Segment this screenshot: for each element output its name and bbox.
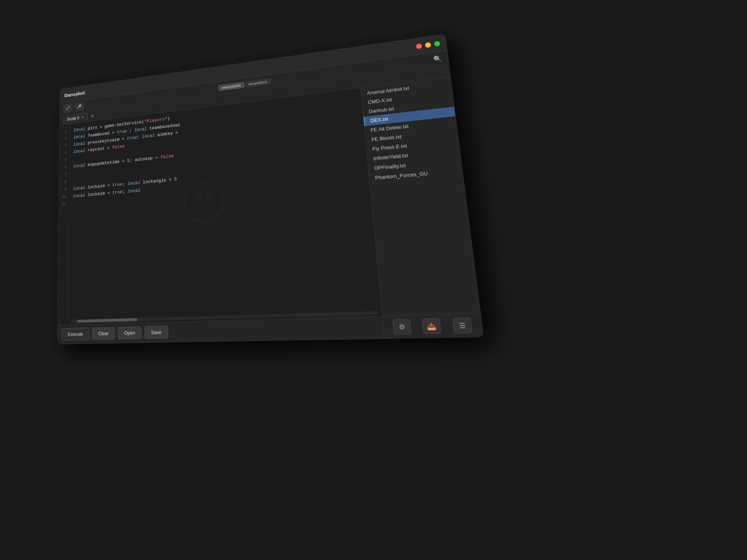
tab-wearedevs[interactable]: wearedevs xyxy=(245,78,271,87)
list-button[interactable]: ☰ xyxy=(452,317,472,334)
inject-button-1[interactable] xyxy=(63,103,73,113)
scene: Dansploit xyxy=(0,0,747,560)
code-editor: 1 2 3 4 5 6 7 8 9 10 11 xyxy=(58,88,384,344)
window-controls xyxy=(416,41,440,49)
list-icon: ☰ xyxy=(459,321,466,330)
inject-buttons xyxy=(63,101,84,113)
script-tab-label: Script 0 xyxy=(67,115,79,121)
clear-button[interactable]: Clear xyxy=(92,327,115,340)
maximize-button[interactable] xyxy=(434,41,440,47)
settings-icon: ⚙ xyxy=(398,323,405,331)
export-button[interactable]: 📤 xyxy=(422,318,442,334)
file-list: Arsenal Aimbot.txt CMD-X.txt Danhub.txt … xyxy=(361,77,480,315)
add-tab-button[interactable]: + xyxy=(90,112,96,119)
close-button[interactable] xyxy=(416,43,422,49)
settings-button[interactable]: ⚙ xyxy=(392,319,411,335)
search-icon: 🔍 xyxy=(433,55,442,63)
tab-close-icon[interactable]: ✕ xyxy=(81,115,84,119)
svg-line-0 xyxy=(69,106,70,107)
app-window: Dansploit xyxy=(58,34,484,344)
execute-button[interactable]: Execute xyxy=(62,328,89,340)
inject-button-2[interactable] xyxy=(74,101,84,111)
code-content[interactable]: local plrs = game:GetService("Players") … xyxy=(68,88,381,319)
code-area[interactable]: 1 2 3 4 5 6 7 8 9 10 11 xyxy=(58,88,381,320)
export-icon: 📤 xyxy=(427,322,437,330)
save-button[interactable]: Save xyxy=(144,326,168,339)
tab-easyxploits[interactable]: easyxploits xyxy=(218,81,244,91)
window-wrapper: Dansploit xyxy=(58,34,484,344)
open-button[interactable]: Open xyxy=(118,326,142,339)
file-panel-buttons: ⚙ 📤 ☰ xyxy=(382,313,483,339)
search-button[interactable]: 🔍 xyxy=(431,53,444,65)
tab-script-0[interactable]: Script 0 ✕ xyxy=(63,113,88,124)
minimize-button[interactable] xyxy=(425,42,431,48)
line-numbers: 1 2 3 4 5 6 7 8 9 10 11 xyxy=(58,124,69,320)
